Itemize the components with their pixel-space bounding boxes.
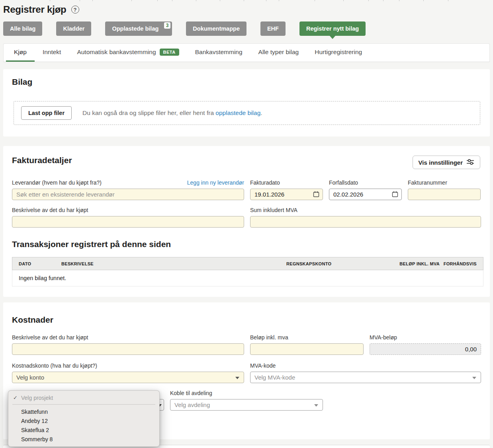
opplastede-bilag-link[interactable]: opplastede bilag [215,109,260,116]
prosjekt-dropdown-menu: ✓ Velg prosjekt Skattefunn Andeby 12 Ska… [8,390,160,447]
table-header-row: DATO BESKRIVELSE REGNSKAPSKONTO BELØP IN… [12,257,483,270]
chevron-down-icon [314,404,318,407]
mva-belop-input [370,343,481,355]
toolbar: Alle bilag Kladder Opplastede bilag 3 Do… [3,21,493,36]
koble-til-avdeling-field: Koble til avdeling Velg avdeling [170,390,323,411]
dropdown-separator [12,404,155,405]
dropdown-option-sommerby-8[interactable]: Sommerby 8 [8,434,159,444]
dropdown-option-andeby-12[interactable]: Andeby 12 [8,416,159,425]
upload-count-badge: 3 [164,22,171,29]
dropdown-option-velg-prosjekt[interactable]: ✓ Velg prosjekt [8,393,159,402]
registrer-nytt-bilag-button[interactable]: Registrer nytt bilag [299,21,366,36]
page-title: Registrer kjøp [3,4,67,15]
mva-belop-field: MVA-beløp [370,334,481,355]
check-icon: ✓ [13,395,21,401]
fakturadetaljer-panel: Fakturadetaljer Vis innstillinger Levera… [3,146,490,297]
belop-inkl-mva-field: Beløp inkl. mva [250,334,364,355]
file-dropzone[interactable]: Last opp filer Du kan også dra og slippe… [14,101,480,125]
page-header: Registrer kjøp ? [0,0,493,15]
bilag-heading: Bilag [12,77,486,87]
dropdown-option-skattefunn[interactable]: Skattefunn [8,407,159,416]
tab-automatisk-bankavstemming[interactable]: Automatisk bankavstemming BETA [69,44,187,62]
empty-table-text: Ingen bilag funnet. [19,275,66,281]
chevron-down-icon [472,377,476,379]
forfallsdato-input[interactable] [329,189,402,200]
leverandor-label: Leverandør (hvem har du kjøpt fra?) [12,179,102,186]
kostnad-beskrivelse-input[interactable] [12,343,244,355]
forfallsdato-field: Forfallsdato [329,179,402,200]
col-regnskapskonto: REGNSKAPSKONTO [286,261,386,266]
vis-innstillinger-button[interactable]: Vis innstillinger [413,156,480,169]
mva-kode-select[interactable]: Velg MVA-kode [250,372,481,383]
beta-badge: BETA [160,49,179,56]
belop-inkl-mva-label: Beløp inkl. mva [250,334,364,341]
tab-hurtigregistrering[interactable]: Hurtigregistrering [307,44,370,62]
forfallsdato-label: Forfallsdato [329,179,402,186]
beskrivelse-label: Beskrivelse av det du har kjøpt [12,207,244,213]
sum-inkludert-mva-label: Sum inkludert MVA [250,207,481,213]
fakturadato-field: Fakturadato [250,179,323,200]
kostnadskonto-field: Kostnadskonto (hva har du kjøpt?) Velg k… [12,362,244,383]
fakturadato-input[interactable] [250,189,323,200]
opplastede-bilag-button[interactable]: Opplastede bilag 3 [105,21,172,36]
kostnad-beskrivelse-label: Beskrivelse av det du har kjøpt [12,334,244,341]
fakturanummer-input[interactable] [408,189,481,200]
sliders-icon [466,159,474,166]
beskrivelse-field: Beskrivelse av det du har kjøpt [12,207,244,228]
dokumentmappe-button[interactable]: Dokumentmappe [186,21,246,36]
dropzone-text: Du kan også dra og slippe filer her, ell… [82,109,262,117]
sum-inkludert-mva-input[interactable] [250,216,481,228]
tab-inntekt[interactable]: Inntekt [35,44,69,62]
fakturanummer-field: Fakturanummer [408,179,481,200]
ehf-button[interactable]: EHF [260,21,286,36]
mva-belop-label: MVA-beløp [370,334,481,341]
kostnader-heading: Kostnader [12,315,486,325]
beskrivelse-input[interactable] [12,216,244,228]
mva-kode-field: MVA-kode Velg MVA-kode [250,362,481,383]
help-icon[interactable]: ? [71,6,79,14]
legg-inn-ny-leverandor-link[interactable]: Legg inn ny leverandør [187,179,244,186]
chevron-down-icon [235,377,239,379]
col-dato: DATO [19,261,61,266]
belop-inkl-mva-input[interactable] [250,343,364,355]
transaksjoner-table: DATO BESKRIVELSE REGNSKAPSKONTO BELØP IN… [12,257,483,286]
tab-bankavstemming[interactable]: Bankavstemming [187,44,250,62]
leverandor-field: Leverandør (hvem har du kjøpt fra?) Legg… [12,179,244,200]
upload-files-button[interactable]: Last opp filer [21,106,72,120]
kostnadskonto-select[interactable]: Velg konto [12,372,244,383]
koble-til-avdeling-select[interactable]: Velg avdeling [170,399,323,411]
tab-alle-typer-bilag[interactable]: Alle typer bilag [250,44,307,62]
kladder-button[interactable]: Kladder [56,21,91,36]
bilag-panel: Bilag Last opp filer Du kan også dra og … [3,69,490,136]
koble-til-avdeling-label: Koble til avdeling [170,390,323,396]
col-forhandsvis: FORHÅNDSVIS [440,261,477,266]
dropdown-option-skateflua-2[interactable]: Skateflua 2 [8,425,159,434]
kostnadskonto-label: Kostnadskonto (hva har du kjøpt?) [12,362,244,369]
mva-kode-label: MVA-kode [250,362,481,369]
alle-bilag-button[interactable]: Alle bilag [3,21,42,36]
transaksjoner-heading: Transaksjoner registrert på denne siden [12,240,486,249]
tab-bar: Kjøp Inntekt Automatisk bankavstemming B… [3,43,490,62]
empty-table-row: Ingen bilag funnet. [12,270,483,286]
tab-kjop[interactable]: Kjøp [6,44,35,62]
leverandor-search-input[interactable] [12,189,244,200]
kostnad-beskrivelse-field: Beskrivelse av det du har kjøpt [12,334,244,355]
fakturadato-label: Fakturadato [250,179,323,186]
fakturadetaljer-heading: Fakturadetaljer [12,156,72,165]
fakturanummer-label: Fakturanummer [408,179,481,186]
sum-inkludert-mva-field: Sum inkludert MVA [250,207,481,228]
col-belop-inkl-mva: BELØP INKL. MVA [386,261,440,266]
col-beskrivelse: BESKRIVELSE [61,261,286,266]
